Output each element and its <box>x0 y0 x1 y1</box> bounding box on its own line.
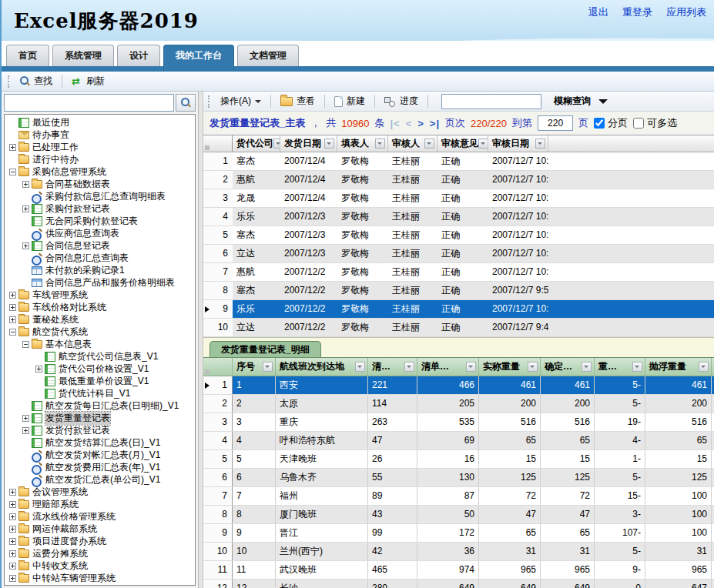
filter-dropdown-icon[interactable] <box>273 139 280 149</box>
table-cell[interactable]: 15 <box>479 450 541 468</box>
table-cell[interactable]: 武汉晚班 <box>276 561 368 579</box>
table-cell[interactable]: 2007/12/2 <box>280 282 337 299</box>
tree-item[interactable]: 中转收支系统 <box>5 560 195 572</box>
table-cell[interactable]: -15 <box>595 487 645 505</box>
table-row[interactable]: 8塞杰2007/12/2罗敬梅王桂丽正确2007/12/7 9:51 <box>203 282 714 300</box>
table-cell[interactable]: 125 <box>645 469 712 486</box>
expand-icon[interactable] <box>9 550 16 557</box>
table-row[interactable]: 1010兰州(西宁)42363131-531 <box>203 543 714 561</box>
tree-item[interactable]: 采购付款登记表 <box>5 202 195 215</box>
table-cell[interactable]: 65 <box>645 432 712 449</box>
table-cell[interactable]: 2007/12/4 <box>280 152 337 170</box>
table-cell[interactable]: -5 <box>595 543 645 560</box>
table-cell[interactable]: 正确 <box>437 152 488 170</box>
table-row[interactable]: 99晋江991726565-107100 <box>203 524 714 543</box>
table-cell[interactable]: 10 <box>233 543 276 560</box>
tab-item[interactable]: 我的工作台 <box>163 45 234 72</box>
table-cell[interactable]: 2007/12/4 <box>280 171 337 189</box>
table-cell[interactable]: 72 <box>479 487 541 505</box>
table-cell[interactable]: 立达 <box>233 319 280 336</box>
expand-icon[interactable] <box>9 304 16 311</box>
table-cell[interactable]: -5 <box>595 376 645 394</box>
tree-item[interactable]: 货代统计科目_V1 <box>5 387 195 399</box>
expand-icon[interactable] <box>22 427 29 434</box>
refresh-button[interactable]: 刷新 <box>66 73 110 89</box>
row-number-cell[interactable]: 11 <box>203 561 233 579</box>
table-cell[interactable]: 罗敬梅 <box>337 319 388 336</box>
table-cell[interactable]: 31 <box>541 543 595 560</box>
table-cell[interactable]: 16 <box>417 450 479 468</box>
tree-item[interactable]: 理赔部系统 <box>5 498 195 510</box>
tree-item[interactable]: 合同信息产品和服务价格明细表 <box>5 276 195 289</box>
tree-item[interactable]: 采购付款信息汇总查询明细表 <box>5 190 195 202</box>
table-cell[interactable]: -4 <box>595 432 645 449</box>
expand-icon[interactable] <box>22 181 29 188</box>
table-cell[interactable]: 65 <box>541 432 595 449</box>
tree-item[interactable]: 货代公司价格设置_V1 <box>5 362 195 375</box>
table-cell[interactable]: 649 <box>479 580 541 588</box>
table-cell[interactable]: 正确 <box>437 319 488 336</box>
table-cell[interactable]: 114 <box>368 395 417 413</box>
row-number-cell[interactable]: 1 <box>203 376 233 394</box>
table-cell[interactable]: 2007/12/7 10:21 <box>488 152 548 170</box>
table-cell[interactable]: 王桂丽 <box>388 226 437 244</box>
filter-dropdown-icon[interactable] <box>324 139 334 149</box>
table-cell[interactable]: 正确 <box>437 226 488 244</box>
table-cell[interactable]: 长沙 <box>276 580 368 588</box>
row-number-cell[interactable]: 5 <box>203 226 233 244</box>
expand-icon[interactable] <box>9 144 16 151</box>
table-cell[interactable]: 太原 <box>276 395 368 413</box>
table-cell[interactable]: 647 <box>645 580 712 588</box>
expand-icon[interactable] <box>9 563 16 570</box>
select-all-corner[interactable] <box>203 358 233 376</box>
table-cell[interactable]: -9 <box>595 561 645 579</box>
filter-dropdown-icon[interactable] <box>478 139 488 149</box>
table-cell[interactable]: 31 <box>645 543 712 560</box>
table-cell[interactable]: 福州 <box>276 487 368 505</box>
tree-item[interactable]: 合同基础数据表 <box>5 178 195 190</box>
table-cell[interactable]: 乐乐 <box>233 300 280 318</box>
column-header[interactable]: 抛浮重量 <box>645 358 712 376</box>
select-all-corner[interactable] <box>203 135 233 152</box>
row-number-cell[interactable]: 2 <box>203 395 233 413</box>
table-row[interactable]: 22太原114205200200-5200 <box>203 395 714 413</box>
progress-button[interactable]: 进度 <box>379 93 424 109</box>
tree-item[interactable]: 进行中待办 <box>5 153 195 165</box>
table-cell[interactable]: 47 <box>541 506 595 523</box>
tree-item[interactable]: 运费分摊系统 <box>5 547 195 560</box>
table-row[interactable]: 88厦门晚班43504747-3100 <box>203 506 714 524</box>
row-number-cell[interactable]: 7 <box>203 487 233 505</box>
table-cell[interactable]: 惠航 <box>233 263 280 281</box>
table-cell[interactable]: 100 <box>645 524 712 542</box>
table-cell[interactable]: 王桂丽 <box>388 263 437 281</box>
tree-item[interactable]: 董秘处系统 <box>5 313 195 326</box>
tree-item[interactable]: 无合同采购付款登记表 <box>5 215 195 227</box>
table-cell[interactable]: 正确 <box>437 263 488 281</box>
expand-icon[interactable] <box>9 489 16 496</box>
table-cell[interactable]: 47 <box>479 506 541 523</box>
expand-icon[interactable] <box>9 513 16 520</box>
row-number-cell[interactable]: 6 <box>203 245 233 262</box>
table-cell[interactable]: 200 <box>479 395 541 413</box>
table-cell[interactable]: 99 <box>368 524 417 542</box>
tree-item[interactable]: 采购信息管理系统 <box>5 165 195 178</box>
table-cell[interactable]: 2007/12/7 10:17 <box>488 263 548 281</box>
tree-item[interactable]: 航空货代公司信息表_V1 <box>5 350 195 362</box>
table-cell[interactable]: 516 <box>541 413 595 431</box>
collapse-icon[interactable] <box>22 341 29 348</box>
table-cell[interactable]: -5 <box>595 395 645 413</box>
table-cell[interactable]: 466 <box>417 376 479 394</box>
tree-item[interactable]: 航空发货对帐汇总表(月)_V1 <box>5 449 195 461</box>
table-cell[interactable]: 龙晟 <box>233 189 280 207</box>
table-cell[interactable]: 王桂丽 <box>388 300 437 318</box>
table-cell[interactable]: 2007/12/4 <box>280 189 337 207</box>
table-cell[interactable]: 重庆 <box>276 413 368 431</box>
column-header[interactable]: 清… <box>368 358 417 376</box>
column-header[interactable]: 重… <box>595 358 645 376</box>
filter-dropdown-icon[interactable] <box>375 139 385 149</box>
table-cell[interactable]: 89 <box>368 487 417 505</box>
tree-item[interactable]: 合同信息登记表 <box>5 239 195 252</box>
table-row[interactable]: 4乐乐2007/12/3罗敬梅王桂丽正确2007/12/7 10:19 <box>203 208 714 226</box>
goto-page-input[interactable] <box>538 115 573 131</box>
row-number-cell[interactable]: 3 <box>203 189 233 207</box>
